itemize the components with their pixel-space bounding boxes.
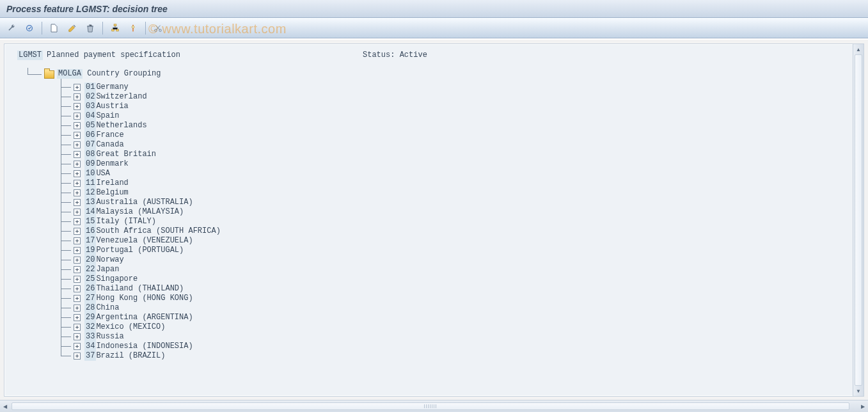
item-name: Denmark [96, 159, 128, 169]
structure-icon[interactable] [107, 20, 123, 36]
cut-icon[interactable] [150, 20, 166, 36]
tree-item[interactable]: 17 Venezuela (VENEZUELA) [57, 236, 851, 246]
tree-item[interactable]: 11 Ireland [57, 178, 851, 188]
tree-item[interactable]: 04 Spain [57, 111, 851, 121]
item-code: 16 [84, 226, 96, 236]
item-name: Great Britain [96, 150, 156, 159]
expand-icon[interactable] [74, 266, 81, 273]
tree-item[interactable]: 27 Hong Kong (HONG KONG) [57, 294, 851, 303]
expand-icon[interactable] [74, 285, 81, 292]
item-code: 07 [84, 140, 96, 150]
item-code: 28 [84, 303, 96, 313]
expand-icon[interactable] [74, 276, 81, 283]
tree-item[interactable]: 16 South Africa (SOUTH AFRICA) [57, 226, 851, 236]
item-code: 01 [84, 83, 96, 92]
tree-item[interactable]: 29 Argentina (ARGENTINA) [57, 313, 851, 322]
expand-icon[interactable] [74, 113, 81, 120]
expand-icon[interactable] [74, 170, 81, 177]
item-name: Canada [96, 140, 123, 150]
tree-item[interactable]: 19 Portugal (PORTUGAL) [57, 246, 851, 255]
tree-item[interactable]: 34 Indonesia (INDONESIA) [57, 342, 851, 351]
expand-icon[interactable] [74, 141, 81, 148]
expand-icon[interactable] [74, 218, 81, 225]
item-name: Singapore [96, 274, 138, 284]
tree-item[interactable]: 26 Thailand (THAILAND) [57, 284, 851, 294]
expand-icon[interactable] [74, 132, 81, 139]
toolbar-separator [42, 22, 42, 35]
item-code: 37 [84, 351, 96, 361]
tree-item[interactable]: 22 Japan [57, 265, 851, 274]
expand-icon[interactable] [74, 228, 81, 235]
horizontal-scroll-thumb[interactable] [12, 402, 849, 410]
tree-item[interactable]: 12 Belgium [57, 188, 851, 198]
tree-item[interactable]: 05 Netherlands [57, 121, 851, 131]
new-icon[interactable] [47, 20, 62, 36]
tree-item[interactable]: 10 USA [57, 169, 851, 178]
vertical-scroll-thumb[interactable] [855, 54, 862, 386]
expand-icon[interactable] [74, 161, 81, 168]
expand-icon[interactable] [74, 257, 81, 264]
status-label: Status: [363, 51, 395, 59]
tree-item[interactable]: 14 Malaysia (MALAYSIA) [57, 207, 851, 217]
tree-root[interactable]: LGMST Planned payment specification [17, 51, 851, 60]
expand-icon[interactable] [74, 93, 81, 100]
tree-item[interactable]: 15 Italy (ITALY) [57, 217, 851, 226]
scroll-left-icon[interactable]: ◀ [0, 400, 10, 412]
expand-icon[interactable] [74, 324, 81, 331]
toolbar-separator [102, 22, 103, 35]
tree-item[interactable]: 13 Australia (AUSTRALIA) [57, 198, 851, 207]
tree-item[interactable]: 32 Mexico (MEXICO) [57, 322, 851, 332]
expand-icon[interactable] [74, 295, 81, 302]
app-toolbar [0, 18, 868, 38]
horizontal-scrollbar[interactable]: ◀ ▶ [0, 400, 868, 412]
item-code: 09 [84, 159, 96, 169]
tree-item[interactable]: 28 China [57, 303, 851, 313]
item-name: Thailand (THAILAND) [96, 284, 184, 294]
item-code: 33 [84, 332, 96, 342]
expand-icon[interactable] [74, 122, 81, 129]
tree-item[interactable]: 07 Canada [57, 140, 851, 150]
expand-icon[interactable] [74, 103, 81, 110]
tree-item[interactable]: 08 Great Britain [57, 150, 851, 159]
expand-icon[interactable] [74, 237, 81, 244]
item-code: 08 [84, 150, 96, 159]
expand-icon[interactable] [74, 314, 81, 321]
item-code: 03 [84, 102, 96, 111]
scroll-up-icon[interactable]: ▲ [853, 44, 864, 54]
scroll-right-icon[interactable]: ▶ [858, 400, 868, 412]
group-node[interactable]: MOLGA Country Grouping [24, 69, 851, 79]
item-name: Belgium [96, 188, 128, 198]
expand-icon[interactable] [74, 180, 81, 187]
expand-icon[interactable] [74, 199, 81, 206]
expand-icon[interactable] [74, 333, 81, 340]
tree-item[interactable]: 02 Switzerland [57, 92, 851, 102]
item-name: Portugal (PORTUGAL) [96, 246, 184, 255]
slider-icon[interactable] [125, 20, 141, 36]
tree-item[interactable]: 33 Russia [57, 332, 851, 342]
expand-icon[interactable] [74, 247, 81, 254]
expand-icon[interactable] [74, 353, 81, 360]
tree-item[interactable]: 20 Norway [57, 255, 851, 265]
tree-item[interactable]: 01 Germany [57, 83, 851, 92]
edit-icon[interactable] [65, 20, 80, 36]
expand-icon[interactable] [74, 305, 81, 312]
tree-item[interactable]: 25 Singapore [57, 274, 851, 284]
check-structure-icon[interactable] [22, 20, 37, 36]
group-desc: Country Grouping [87, 69, 161, 79]
tree-item[interactable]: 37 Brazil (BRAZIL) [57, 351, 851, 361]
scroll-down-icon[interactable]: ▼ [853, 386, 864, 396]
item-code: 25 [84, 274, 96, 284]
expand-icon[interactable] [74, 209, 81, 216]
wrench-icon[interactable] [4, 20, 19, 36]
item-code: 06 [84, 131, 96, 140]
expand-icon[interactable] [74, 189, 81, 196]
vertical-scrollbar[interactable]: ▲ ▼ [853, 44, 864, 396]
item-name: Venezuela (VENEZUELA) [96, 236, 193, 246]
expand-icon[interactable] [74, 343, 81, 350]
tree-item[interactable]: 03 Austria [57, 102, 851, 111]
delete-icon[interactable] [83, 20, 98, 36]
tree-item[interactable]: 09 Denmark [57, 159, 851, 169]
tree-item[interactable]: 06 France [57, 131, 851, 140]
expand-icon[interactable] [74, 151, 81, 158]
expand-icon[interactable] [74, 84, 81, 91]
